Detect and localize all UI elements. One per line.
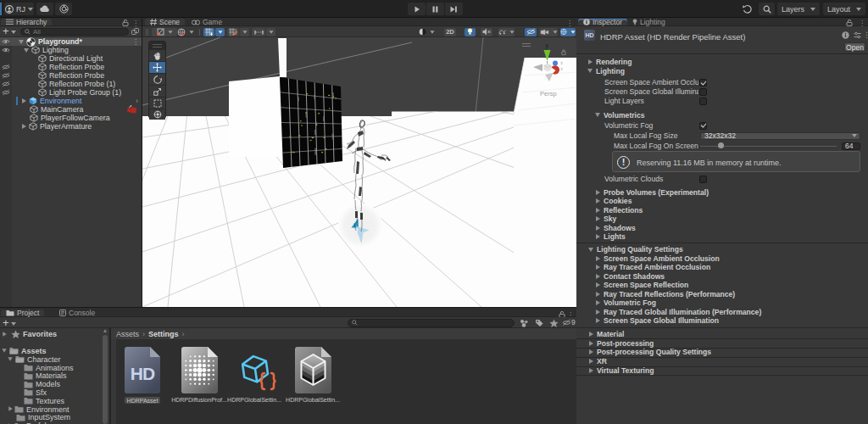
svg-text:HD: HD [131,364,155,383]
svg-text:Persp: Persp [540,90,557,98]
